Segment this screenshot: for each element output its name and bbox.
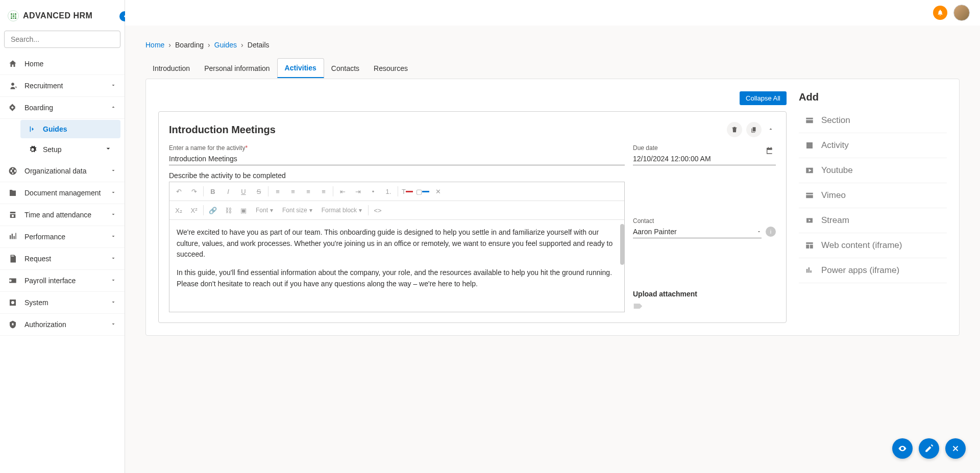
collapse-all-button[interactable]: Collapse All [740, 91, 787, 105]
rich-text-editor: ↶ ↷ B I U S ≡ ≡ [169, 182, 625, 312]
nav-label: Boarding [24, 104, 53, 112]
tab-personal-info[interactable]: Personal information [197, 58, 277, 78]
clear-format-button[interactable]: ✕ [431, 184, 445, 198]
breadcrumb-sep-icon: › [168, 41, 171, 49]
nav-label: System [24, 298, 48, 307]
activity-name-input[interactable] [169, 153, 625, 165]
link-button[interactable]: 🔗 [206, 203, 220, 217]
format-dropdown[interactable]: Format block ▾ [317, 205, 366, 216]
breadcrumb-guides[interactable]: Guides [214, 41, 237, 49]
fontsize-dropdown[interactable]: Font size ▾ [278, 205, 316, 216]
section-icon [805, 116, 814, 125]
outdent-button[interactable]: ⇤ [335, 184, 350, 198]
nav-label: Authorization [24, 320, 66, 329]
nav-label: Time and attendance [24, 211, 91, 219]
logo-icon [8, 10, 19, 21]
strike-button[interactable]: S [252, 184, 266, 198]
undo-button[interactable]: ↶ [172, 184, 186, 198]
due-date-input[interactable] [633, 153, 776, 165]
contact-select[interactable]: Aaron Painter [633, 228, 677, 236]
redo-button[interactable]: ↷ [187, 184, 201, 198]
youtube-icon [805, 166, 814, 175]
edit-fab[interactable] [919, 438, 939, 459]
upload-attachment-button[interactable] [633, 302, 776, 312]
search-input[interactable] [4, 31, 120, 48]
editor-scrollbar[interactable] [620, 224, 624, 265]
font-dropdown[interactable]: Font ▾ [252, 205, 277, 216]
editor-toolbar: ↶ ↷ B I U S ≡ ≡ [169, 182, 624, 201]
sidebar-item-org-data[interactable]: Organizational data [0, 160, 125, 182]
indent-button[interactable]: ⇥ [351, 184, 365, 198]
add-vimeo-button[interactable]: Vimeo [799, 183, 947, 208]
sidebar-item-setup[interactable]: Setup [20, 139, 120, 159]
contact-label: Contact [633, 217, 776, 225]
chevron-down-icon [756, 229, 762, 234]
superscript-button[interactable]: X² [187, 203, 201, 217]
info-icon[interactable]: i [766, 227, 776, 237]
nav-label: Setup [43, 145, 62, 154]
nav-label: Performance [24, 233, 65, 241]
preview-fab[interactable] [892, 438, 913, 459]
app-title: ADVANCED HRM [23, 11, 92, 20]
add-title: Add [799, 91, 947, 103]
add-stream-button[interactable]: Stream [799, 208, 947, 233]
sidebar-item-payroll[interactable]: Payroll interface [0, 270, 125, 292]
avatar[interactable] [953, 5, 970, 21]
unlink-button[interactable]: ⛓ [221, 203, 235, 217]
sidebar-item-doc-mgmt[interactable]: Document management [0, 182, 125, 204]
vimeo-icon [805, 191, 814, 200]
subscript-button[interactable]: X₂ [172, 203, 186, 217]
tab-contacts[interactable]: Contacts [324, 58, 366, 78]
underline-button[interactable]: U [236, 184, 251, 198]
tab-resources[interactable]: Resources [366, 58, 415, 78]
sidebar-item-request[interactable]: Request [0, 248, 125, 270]
copy-button[interactable] [746, 122, 762, 137]
chevron-up-icon [768, 126, 774, 132]
tab-introduction[interactable]: Introduction [145, 58, 197, 78]
sidebar-item-authorization[interactable]: Authorization [0, 314, 125, 336]
highlight-color-button[interactable]: ▢ [415, 184, 430, 198]
image-button[interactable]: ▣ [236, 203, 251, 217]
activity-card: Introduction Meetings [158, 111, 787, 323]
describe-label: Describe the activity to be completed [169, 171, 625, 180]
align-left-button[interactable]: ≡ [271, 184, 285, 198]
code-view-button[interactable]: <> [371, 203, 385, 217]
text-color-button[interactable]: T [400, 184, 414, 198]
add-web-content-button[interactable]: Web content (iframe) [799, 233, 947, 258]
sidebar-item-system[interactable]: System [0, 292, 125, 314]
sidebar-item-performance[interactable]: Performance [0, 226, 125, 248]
sidebar-item-home[interactable]: Home [0, 53, 125, 75]
breadcrumb-home[interactable]: Home [145, 41, 164, 49]
editor-paragraph: We're excited to have you as part of our… [177, 227, 617, 260]
add-power-apps-button[interactable]: Power apps (iframe) [799, 258, 947, 283]
bullet-list-button[interactable]: • [366, 184, 380, 198]
add-youtube-button[interactable]: Youtube [799, 158, 947, 183]
calendar-icon[interactable] [766, 146, 774, 155]
nav: Home Recruitment Boarding Guides Setu [0, 53, 125, 473]
card-collapse-toggle[interactable] [766, 123, 776, 136]
delete-button[interactable] [727, 122, 742, 137]
copy-icon [750, 126, 757, 133]
italic-button[interactable]: I [221, 184, 235, 198]
sidebar-item-recruitment[interactable]: Recruitment [0, 75, 125, 97]
sidebar-item-boarding[interactable]: Boarding [0, 97, 125, 119]
add-section-button[interactable]: Section [799, 108, 947, 133]
sidebar-item-time[interactable]: Time and attendance [0, 204, 125, 226]
powerapps-icon [805, 266, 814, 275]
breadcrumb-boarding[interactable]: Boarding [175, 41, 204, 49]
main: Home › Boarding › Guides › Details Intro… [125, 0, 980, 473]
editor-body[interactable]: We're excited to have you as part of our… [169, 220, 624, 312]
bold-button[interactable]: B [206, 184, 220, 198]
align-right-button[interactable]: ≡ [301, 184, 315, 198]
number-list-button[interactable]: 1. [381, 184, 396, 198]
close-fab[interactable] [945, 438, 966, 459]
sidebar-item-guides[interactable]: Guides [20, 120, 120, 138]
card-title: Introduction Meetings [169, 124, 276, 136]
floating-actions [892, 438, 966, 459]
notifications-button[interactable] [933, 6, 947, 20]
nav-label: Guides [43, 125, 67, 133]
align-center-button[interactable]: ≡ [286, 184, 300, 198]
align-justify-button[interactable]: ≡ [316, 184, 331, 198]
add-activity-button[interactable]: Activity [799, 133, 947, 158]
tab-activities[interactable]: Activities [277, 58, 324, 78]
